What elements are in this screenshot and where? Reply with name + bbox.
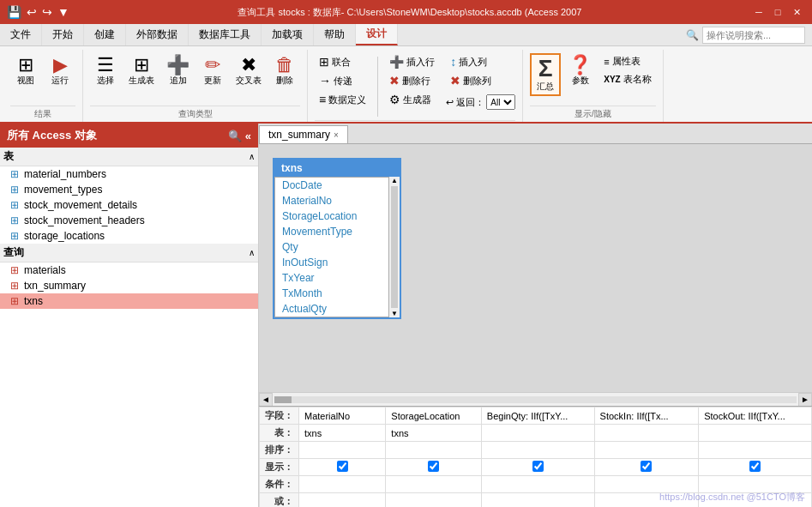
nav-item-stock-movement-details[interactable]: ⊞ stock_movement_details <box>0 197 258 213</box>
scroll-right-arrow[interactable]: ► <box>798 393 812 407</box>
grid-cell-sort-1[interactable] <box>299 442 386 459</box>
view-icon: ⊞ <box>18 56 33 75</box>
table-name-button[interactable]: XYZ 表名称 <box>599 71 655 88</box>
tab-addins[interactable]: 加载项 <box>262 24 314 45</box>
crosstab-button[interactable]: ✖ 交叉表 <box>232 53 266 89</box>
grid-cell-criteria-5[interactable] <box>699 476 812 493</box>
update-button[interactable]: ✏ 更新 <box>197 53 228 89</box>
insert-col-button[interactable]: ↕ 插入列 <box>446 53 515 70</box>
grid-cell-or-4[interactable] <box>594 493 699 508</box>
field-docdate[interactable]: DocDate <box>275 178 388 193</box>
field-actualQty[interactable]: ActualQty <box>275 301 388 317</box>
txn-summary-tab-close[interactable]: × <box>334 130 339 140</box>
close-button[interactable]: ✕ <box>788 3 805 21</box>
grid-cell-sort-4[interactable] <box>594 442 699 459</box>
nav-item-materials[interactable]: ⊞ materials <box>0 263 258 278</box>
undo-icon[interactable]: ↩ <box>27 5 37 19</box>
grid-cell-sort-2[interactable] <box>386 442 481 459</box>
select-button[interactable]: ☰ 选择 <box>90 53 121 89</box>
tables-expand-icon[interactable]: ∧ <box>249 152 255 161</box>
grid-cell-field-4[interactable]: StockIn: IIf([Tx... <box>594 407 699 425</box>
totals-button[interactable]: Σ 汇总 <box>530 53 561 96</box>
builder-button[interactable]: ⚙ 生成器 <box>385 91 439 108</box>
h-scroll-thumb[interactable] <box>274 396 292 403</box>
show-checkbox-2[interactable] <box>428 461 439 472</box>
grid-cell-sort-3[interactable] <box>481 442 594 459</box>
show-checkbox-4[interactable] <box>641 461 652 472</box>
grid-cell-table-5[interactable] <box>699 425 812 442</box>
more-icon[interactable]: ▼ <box>57 5 69 19</box>
delete-button[interactable]: 🗑 删除 <box>269 53 300 89</box>
grid-cell-field-3[interactable]: BeginQty: IIf([TxY... <box>481 407 594 425</box>
field-qty[interactable]: Qty <box>275 239 388 255</box>
nav-item-txn-summary[interactable]: ⊞ txn_summary <box>0 278 258 293</box>
redo-icon[interactable]: ↪ <box>42 5 52 19</box>
make-table-button[interactable]: ⊞ 生成表 <box>124 53 159 89</box>
view-button[interactable]: ⊞ 视图 <box>10 53 41 89</box>
grid-cell-table-3[interactable] <box>481 425 594 442</box>
delete-row-button[interactable]: ✖ 删除行 <box>385 72 439 89</box>
show-checkbox-1[interactable] <box>337 461 348 472</box>
tab-external-data[interactable]: 外部数据 <box>126 24 189 45</box>
grid-cell-criteria-3[interactable] <box>481 476 594 493</box>
union-button[interactable]: ⊞ 联合 <box>315 53 370 70</box>
field-movementType[interactable]: MovementType <box>275 224 388 239</box>
field-txYear[interactable]: TxYear <box>275 270 388 286</box>
nav-item-movement-types[interactable]: ⊞ movement_types <box>0 182 258 197</box>
scroll-left-arrow[interactable]: ◄ <box>259 393 273 407</box>
grid-cell-or-3[interactable] <box>481 493 594 508</box>
field-list-scrollbar[interactable]: ▲ ▼ <box>389 177 400 317</box>
grid-cell-table-4[interactable] <box>594 425 699 442</box>
scroll-down-arrow[interactable]: ▼ <box>391 310 398 317</box>
grid-cell-criteria-2[interactable] <box>386 476 481 493</box>
save-icon[interactable]: 💾 <box>7 5 21 19</box>
pass-through-button[interactable]: → 传递 <box>315 72 370 89</box>
params-button[interactable]: ❓ 参数 <box>564 53 596 89</box>
grid-cell-field-1[interactable]: MaterialNo <box>299 407 386 425</box>
tab-create[interactable]: 创建 <box>84 24 126 45</box>
grid-cell-field-2[interactable]: StorageLocation <box>386 407 481 425</box>
left-panel-search-icon[interactable]: 🔍 <box>228 130 242 142</box>
return-select[interactable]: All 5 25 <box>486 94 515 110</box>
grid-cell-criteria-4[interactable] <box>594 476 699 493</box>
data-def-button[interactable]: ≡ 数据定义 <box>315 91 370 108</box>
tab-help[interactable]: 帮助 <box>314 24 356 45</box>
txns-field-list[interactable]: DocDate MaterialNo StorageLocation Movem… <box>274 177 389 317</box>
maximize-button[interactable]: □ <box>769 3 786 21</box>
tab-database-tools[interactable]: 数据库工具 <box>189 24 262 45</box>
field-materialNo[interactable]: MaterialNo <box>275 193 388 208</box>
show-checkbox-3[interactable] <box>532 461 544 472</box>
grid-cell-or-1[interactable] <box>299 493 386 508</box>
append-button[interactable]: ➕ 追加 <box>162 53 194 89</box>
nav-item-txns[interactable]: ⊞ txns <box>0 293 258 309</box>
scroll-up-arrow[interactable]: ▲ <box>391 177 398 184</box>
nav-item-material-numbers[interactable]: ⊞ material_numbers <box>0 166 258 182</box>
tab-file[interactable]: 文件 <box>0 24 42 45</box>
left-panel-expand-icon[interactable]: « <box>245 130 251 142</box>
field-storageLocation[interactable]: StorageLocation <box>275 208 388 224</box>
insert-row-button[interactable]: ➕ 插入行 <box>385 53 439 70</box>
queries-expand-icon[interactable]: ∧ <box>249 248 255 257</box>
grid-cell-criteria-1[interactable] <box>299 476 386 493</box>
tab-design[interactable]: 设计 <box>356 24 398 45</box>
ribbon-search-input[interactable] <box>702 27 805 44</box>
run-button[interactable]: ▶ 运行 <box>45 53 75 89</box>
grid-cell-or-5[interactable] <box>699 493 812 508</box>
grid-cell-table-2[interactable]: txns <box>386 425 481 442</box>
grid-cell-or-2[interactable] <box>386 493 481 508</box>
show-checkbox-5[interactable] <box>749 461 761 472</box>
nav-item-storage-locations[interactable]: ⊞ storage_locations <box>0 228 258 244</box>
txn-summary-tab[interactable]: txn_summary × <box>259 125 348 143</box>
grid-cell-field-5[interactable]: StockOut: IIf([TxY... <box>699 407 812 425</box>
property-sheet-button[interactable]: ≡ 属性表 <box>599 53 655 69</box>
horizontal-scrollbar[interactable]: ◄ ► <box>259 392 812 406</box>
grid-cell-sort-5[interactable] <box>699 442 812 459</box>
minimize-button[interactable]: ─ <box>750 3 767 21</box>
grid-cell-table-1[interactable]: txns <box>299 425 386 442</box>
h-scroll-track[interactable] <box>274 396 797 403</box>
delete-col-button[interactable]: ✖ 删除列 <box>446 72 515 89</box>
field-txMonth[interactable]: TxMonth <box>275 286 388 301</box>
tab-home[interactable]: 开始 <box>42 24 84 45</box>
nav-item-stock-movement-headers[interactable]: ⊞ stock_movement_headers <box>0 213 258 228</box>
field-inOutSign[interactable]: InOutSign <box>275 255 388 270</box>
